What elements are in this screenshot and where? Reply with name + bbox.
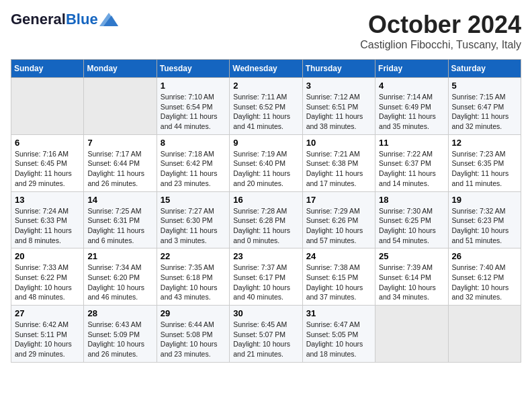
day-number: 5 bbox=[452, 81, 517, 91]
day-number: 28 bbox=[87, 308, 152, 318]
location-title: Castiglion Fibocchi, Tuscany, Italy bbox=[360, 39, 521, 51]
day-detail: Sunrise: 7:27 AMSunset: 6:30 PMDaylight:… bbox=[161, 206, 226, 246]
day-number: 1 bbox=[161, 81, 226, 91]
calendar-cell: 16Sunrise: 7:28 AMSunset: 6:28 PMDayligh… bbox=[230, 191, 302, 248]
calendar-cell: 10Sunrise: 7:21 AMSunset: 6:38 PMDayligh… bbox=[302, 134, 375, 191]
day-number: 8 bbox=[161, 138, 226, 148]
day-number: 7 bbox=[87, 138, 152, 148]
week-row-1: 1Sunrise: 7:10 AMSunset: 6:54 PMDaylight… bbox=[11, 78, 521, 135]
calendar-cell: 7Sunrise: 7:17 AMSunset: 6:44 PMDaylight… bbox=[84, 134, 157, 191]
day-number: 15 bbox=[161, 195, 226, 205]
day-number: 4 bbox=[379, 81, 444, 91]
day-detail: Sunrise: 7:23 AMSunset: 6:35 PMDaylight:… bbox=[452, 149, 517, 189]
day-detail: Sunrise: 6:45 AMSunset: 5:07 PMDaylight:… bbox=[233, 320, 298, 359]
calendar-cell: 22Sunrise: 7:35 AMSunset: 6:18 PMDayligh… bbox=[157, 248, 229, 306]
day-detail: Sunrise: 7:10 AMSunset: 6:54 PMDaylight:… bbox=[161, 92, 226, 132]
logo-icon bbox=[99, 13, 118, 26]
calendar-cell: 28Sunrise: 6:43 AMSunset: 5:09 PMDayligh… bbox=[84, 306, 157, 363]
title-area: October 2024 Castiglion Fibocchi, Tuscan… bbox=[360, 11, 521, 51]
day-detail: Sunrise: 7:19 AMSunset: 6:40 PMDaylight:… bbox=[233, 149, 298, 189]
header-cell-tuesday: Tuesday bbox=[157, 60, 229, 78]
day-detail: Sunrise: 7:33 AMSunset: 6:22 PMDaylight:… bbox=[15, 263, 80, 302]
header-cell-thursday: Thursday bbox=[302, 60, 375, 78]
calendar-cell: 31Sunrise: 6:47 AMSunset: 5:05 PMDayligh… bbox=[302, 306, 375, 363]
day-number: 19 bbox=[452, 195, 517, 205]
day-number: 9 bbox=[233, 138, 298, 148]
calendar-cell: 5Sunrise: 7:15 AMSunset: 6:47 PMDaylight… bbox=[448, 78, 521, 135]
day-number: 27 bbox=[15, 308, 80, 318]
calendar-cell: 25Sunrise: 7:39 AMSunset: 6:14 PMDayligh… bbox=[375, 248, 448, 306]
calendar-table: SundayMondayTuesdayWednesdayThursdayFrid… bbox=[11, 59, 521, 363]
day-number: 10 bbox=[306, 138, 371, 148]
day-detail: Sunrise: 7:37 AMSunset: 6:17 PMDaylight:… bbox=[233, 263, 298, 302]
day-number: 14 bbox=[87, 195, 152, 205]
calendar-cell: 24Sunrise: 7:38 AMSunset: 6:15 PMDayligh… bbox=[302, 248, 375, 306]
day-detail: Sunrise: 7:32 AMSunset: 6:23 PMDaylight:… bbox=[452, 206, 517, 246]
day-number: 31 bbox=[306, 308, 371, 318]
calendar-cell: 17Sunrise: 7:29 AMSunset: 6:26 PMDayligh… bbox=[302, 191, 375, 248]
header-cell-sunday: Sunday bbox=[11, 60, 84, 78]
week-row-4: 20Sunrise: 7:33 AMSunset: 6:22 PMDayligh… bbox=[11, 248, 521, 306]
day-detail: Sunrise: 7:11 AMSunset: 6:52 PMDaylight:… bbox=[233, 92, 298, 132]
day-number: 29 bbox=[161, 308, 226, 318]
week-row-2: 6Sunrise: 7:16 AMSunset: 6:45 PMDaylight… bbox=[11, 134, 521, 191]
day-detail: Sunrise: 7:30 AMSunset: 6:25 PMDaylight:… bbox=[379, 206, 444, 246]
day-detail: Sunrise: 7:28 AMSunset: 6:28 PMDaylight:… bbox=[233, 206, 298, 246]
calendar-cell bbox=[448, 306, 521, 363]
header-cell-wednesday: Wednesday bbox=[230, 60, 302, 78]
day-detail: Sunrise: 7:39 AMSunset: 6:14 PMDaylight:… bbox=[379, 263, 444, 302]
day-detail: Sunrise: 7:35 AMSunset: 6:18 PMDaylight:… bbox=[161, 263, 226, 302]
day-number: 16 bbox=[233, 195, 298, 205]
header-cell-monday: Monday bbox=[84, 60, 157, 78]
calendar-cell: 27Sunrise: 6:42 AMSunset: 5:11 PMDayligh… bbox=[11, 306, 84, 363]
calendar-cell: 14Sunrise: 7:25 AMSunset: 6:31 PMDayligh… bbox=[84, 191, 157, 248]
day-detail: Sunrise: 7:14 AMSunset: 6:49 PMDaylight:… bbox=[379, 92, 444, 132]
day-detail: Sunrise: 7:17 AMSunset: 6:44 PMDaylight:… bbox=[87, 149, 152, 189]
day-number: 17 bbox=[306, 195, 371, 205]
calendar-cell: 23Sunrise: 7:37 AMSunset: 6:17 PMDayligh… bbox=[230, 248, 302, 306]
calendar-cell: 6Sunrise: 7:16 AMSunset: 6:45 PMDaylight… bbox=[11, 134, 84, 191]
calendar-cell: 9Sunrise: 7:19 AMSunset: 6:40 PMDaylight… bbox=[230, 134, 302, 191]
calendar-cell: 8Sunrise: 7:18 AMSunset: 6:42 PMDaylight… bbox=[157, 134, 229, 191]
day-number: 24 bbox=[306, 251, 371, 261]
day-detail: Sunrise: 7:29 AMSunset: 6:26 PMDaylight:… bbox=[306, 206, 371, 246]
header-cell-friday: Friday bbox=[375, 60, 448, 78]
day-number: 3 bbox=[306, 81, 371, 91]
calendar-cell: 20Sunrise: 7:33 AMSunset: 6:22 PMDayligh… bbox=[11, 248, 84, 306]
day-number: 26 bbox=[452, 251, 517, 261]
calendar-cell: 13Sunrise: 7:24 AMSunset: 6:33 PMDayligh… bbox=[11, 191, 84, 248]
day-detail: Sunrise: 7:21 AMSunset: 6:38 PMDaylight:… bbox=[306, 149, 371, 189]
calendar-cell: 21Sunrise: 7:34 AMSunset: 6:20 PMDayligh… bbox=[84, 248, 157, 306]
day-detail: Sunrise: 6:43 AMSunset: 5:09 PMDaylight:… bbox=[87, 320, 152, 359]
week-row-5: 27Sunrise: 6:42 AMSunset: 5:11 PMDayligh… bbox=[11, 306, 521, 363]
day-number: 22 bbox=[161, 251, 226, 261]
calendar-cell: 18Sunrise: 7:30 AMSunset: 6:25 PMDayligh… bbox=[375, 191, 448, 248]
calendar-cell: 19Sunrise: 7:32 AMSunset: 6:23 PMDayligh… bbox=[448, 191, 521, 248]
day-detail: Sunrise: 7:18 AMSunset: 6:42 PMDaylight:… bbox=[161, 149, 226, 189]
day-number: 13 bbox=[15, 195, 80, 205]
day-detail: Sunrise: 6:42 AMSunset: 5:11 PMDaylight:… bbox=[15, 320, 80, 359]
day-detail: Sunrise: 7:40 AMSunset: 6:12 PMDaylight:… bbox=[452, 263, 517, 302]
day-number: 12 bbox=[452, 138, 517, 148]
logo: General Blue bbox=[11, 11, 118, 28]
day-detail: Sunrise: 7:16 AMSunset: 6:45 PMDaylight:… bbox=[15, 149, 80, 189]
calendar-cell: 15Sunrise: 7:27 AMSunset: 6:30 PMDayligh… bbox=[157, 191, 229, 248]
month-title: October 2024 bbox=[360, 11, 521, 39]
day-number: 20 bbox=[15, 251, 80, 261]
calendar-cell: 12Sunrise: 7:23 AMSunset: 6:35 PMDayligh… bbox=[448, 134, 521, 191]
calendar-cell bbox=[375, 306, 448, 363]
day-detail: Sunrise: 7:38 AMSunset: 6:15 PMDaylight:… bbox=[306, 263, 371, 302]
day-number: 23 bbox=[233, 251, 298, 261]
day-detail: Sunrise: 6:47 AMSunset: 5:05 PMDaylight:… bbox=[306, 320, 371, 359]
logo-blue: Blue bbox=[66, 11, 98, 28]
day-number: 6 bbox=[15, 138, 80, 148]
calendar-cell: 29Sunrise: 6:44 AMSunset: 5:08 PMDayligh… bbox=[157, 306, 229, 363]
calendar-cell: 3Sunrise: 7:12 AMSunset: 6:51 PMDaylight… bbox=[302, 78, 375, 135]
calendar-cell: 2Sunrise: 7:11 AMSunset: 6:52 PMDaylight… bbox=[230, 78, 302, 135]
day-detail: Sunrise: 7:15 AMSunset: 6:47 PMDaylight:… bbox=[452, 92, 517, 132]
header-row: SundayMondayTuesdayWednesdayThursdayFrid… bbox=[11, 60, 521, 78]
week-row-3: 13Sunrise: 7:24 AMSunset: 6:33 PMDayligh… bbox=[11, 191, 521, 248]
day-detail: Sunrise: 7:25 AMSunset: 6:31 PMDaylight:… bbox=[87, 206, 152, 246]
calendar-cell: 11Sunrise: 7:22 AMSunset: 6:37 PMDayligh… bbox=[375, 134, 448, 191]
day-number: 21 bbox=[87, 251, 152, 261]
